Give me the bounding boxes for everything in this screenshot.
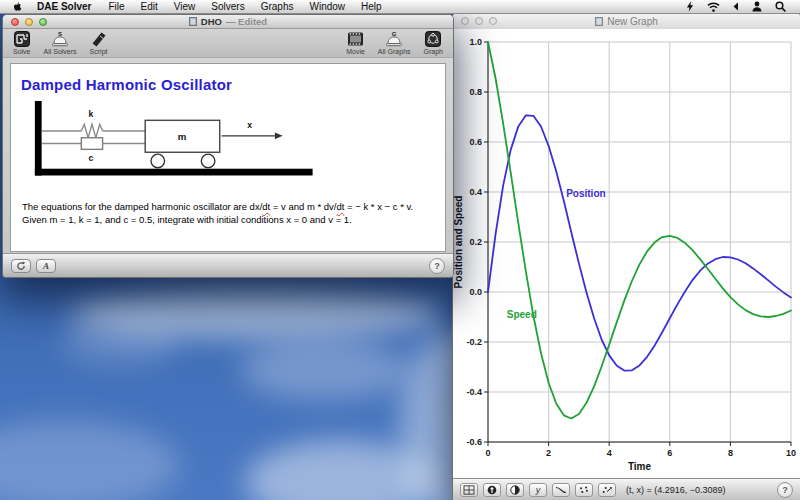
direction-arrow [275, 132, 283, 139]
wall [35, 101, 42, 176]
minimize-button-inactive[interactable] [475, 17, 483, 25]
all-solvers-button[interactable]: S All Solvers [44, 31, 77, 55]
input-menu-icon[interactable] [733, 2, 739, 11]
y-tick-label: -0.2 [466, 337, 482, 347]
mass-label: m [178, 131, 187, 142]
cloud [245, 440, 435, 500]
menu-help[interactable]: Help [353, 0, 390, 13]
svg-text:S: S [58, 31, 62, 37]
menu-edit[interactable]: Edit [133, 0, 166, 13]
y-axis-title: Position and Speed [453, 196, 464, 289]
dho-document-view[interactable]: Damped Harmonic Oscillator k c m x The e… [10, 63, 446, 252]
spring [81, 124, 102, 138]
graph-title-bar[interactable]: New Graph [453, 13, 800, 30]
series-line-speed [488, 42, 791, 419]
menu-bar: DAE Solver File Edit View Solvers Graphs… [0, 0, 800, 14]
toolbar-label: Script [90, 48, 108, 55]
movie-button[interactable]: Movie [346, 31, 365, 55]
points-icon [578, 485, 590, 495]
grid-view-button[interactable] [460, 483, 478, 497]
series-label-speed: Speed [507, 309, 537, 320]
graph-plot[interactable]: 02468101.00.80.60.40.20.0-0.2-0.4-0.6Tim… [453, 29, 800, 479]
fill-style-icon [486, 485, 498, 495]
y-tick-label: 0.0 [469, 287, 482, 297]
document-icon [595, 17, 603, 26]
x-axis-title: Time [628, 461, 652, 472]
close-button[interactable] [11, 18, 19, 26]
x-tick-label: 0 [485, 448, 490, 458]
search-icon[interactable] [775, 1, 786, 12]
smooth-curve-button[interactable] [552, 483, 570, 497]
y-tick-label: 0.2 [469, 237, 482, 247]
menu-window[interactable]: Window [301, 0, 353, 13]
menu-solvers[interactable]: Solvers [203, 0, 252, 13]
toolbar-label: Solve [13, 48, 31, 55]
script-icon [91, 31, 107, 47]
help-button[interactable]: ? [429, 258, 445, 274]
y-axis-button[interactable]: y [529, 483, 547, 497]
refresh-button[interactable] [11, 259, 31, 273]
battery-icon[interactable] [686, 1, 694, 12]
wheel [151, 154, 165, 168]
menu-app-name[interactable]: DAE Solver [28, 1, 100, 12]
user-icon[interactable] [752, 1, 762, 12]
y-tick-label: 1.0 [469, 37, 482, 47]
minimize-button[interactable] [25, 18, 33, 26]
y-tick-label: -0.6 [466, 437, 482, 447]
cursor-readout: (t, x) = (4.2916, −0.3089) [626, 485, 726, 495]
menu-view[interactable]: View [166, 0, 204, 13]
toolbar-label: Movie [346, 48, 365, 55]
cloud [240, 340, 410, 400]
damper [81, 138, 102, 150]
curve-icon [555, 485, 567, 495]
dho-title-bar[interactable]: DHO — Edited [3, 15, 453, 29]
y-tick-label: -0.4 [466, 387, 482, 397]
direction-label: x [247, 120, 252, 130]
zoom-button-inactive[interactable] [489, 17, 497, 25]
x-tick-label: 4 [607, 448, 612, 458]
body-text-segment: = v and m * dv/ [270, 201, 336, 212]
close-button-inactive[interactable] [461, 17, 469, 25]
font-button[interactable]: A [36, 259, 56, 273]
plot-area[interactable]: 02468101.00.80.60.40.20.0-0.2-0.4-0.6Tim… [453, 29, 800, 479]
x-tick-label: 2 [546, 448, 551, 458]
all-graphs-button[interactable]: G All Graphs [378, 31, 411, 55]
script-button[interactable]: Script [90, 31, 108, 55]
vector-mode-button[interactable] [598, 483, 616, 497]
svg-text:G: G [392, 31, 397, 37]
cloud [70, 286, 440, 338]
solve-button[interactable]: Solve [13, 31, 31, 55]
x-tick-label: 6 [667, 448, 672, 458]
menu-graphs[interactable]: Graphs [253, 0, 302, 13]
window-title: New Graph [607, 16, 658, 27]
toolbar-label: Graph [424, 48, 443, 55]
y-tick-label: 0.8 [469, 87, 482, 97]
zoom-button[interactable] [39, 18, 47, 26]
graph-icon [425, 31, 441, 47]
dho-toolbar: Solve S All Solvers Script [3, 29, 453, 58]
spring-label: k [89, 109, 94, 119]
graph-bottom-toolbar: y (t, x) = (4.2916, −0.3089) ? [453, 478, 800, 500]
contrast-style-button[interactable] [506, 483, 524, 497]
solve-icon [14, 31, 30, 47]
vector-points-icon [601, 485, 613, 495]
document-heading: Damped Harmonic Oscillator [21, 76, 445, 93]
y-tick-label: 0.6 [469, 137, 482, 147]
menu-file[interactable]: File [100, 0, 132, 13]
apple-menu[interactable] [10, 1, 28, 12]
window-title: DHO [201, 16, 222, 27]
wifi-icon[interactable] [707, 2, 720, 12]
wheel [201, 154, 215, 168]
window-edited-state: — Edited [226, 16, 267, 27]
cloud [60, 320, 180, 365]
points-mode-button[interactable] [575, 483, 593, 497]
cloud [0, 420, 180, 500]
grid-icon [463, 485, 475, 495]
document-icon [189, 17, 197, 26]
graph-button[interactable]: Graph [424, 31, 443, 55]
oscillator-diagram: k c m x [31, 99, 331, 191]
help-button[interactable]: ? [777, 482, 793, 498]
x-tick-label: 10 [786, 448, 796, 458]
series-line-position [488, 115, 791, 370]
fill-style-button[interactable] [483, 483, 501, 497]
